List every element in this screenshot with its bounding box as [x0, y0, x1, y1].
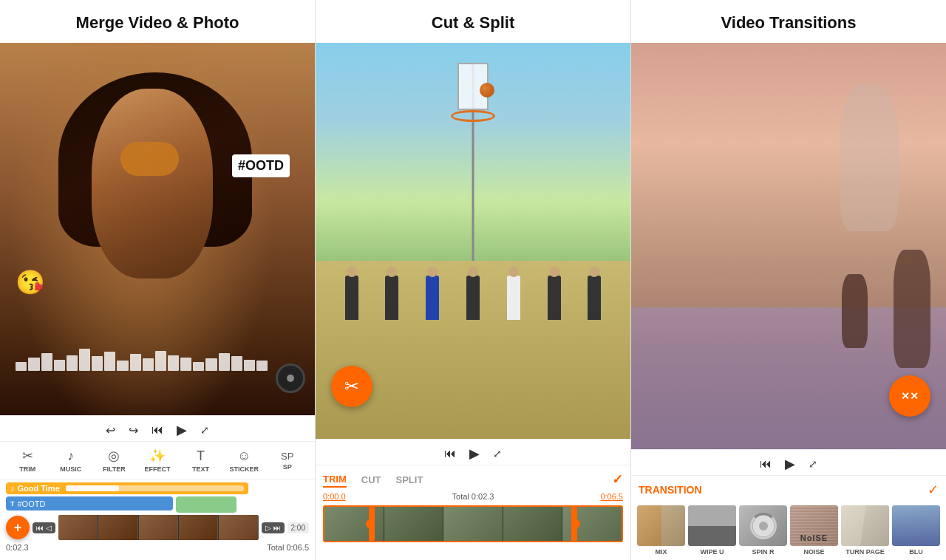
redo-button[interactable]: ↪ — [129, 423, 138, 437]
timeline-current-time: 0:02.3 — [6, 543, 29, 552]
player-figures — [331, 142, 614, 320]
tool-trim[interactable]: ✂ TRIM — [6, 445, 50, 476]
play-button-2[interactable]: ▶ — [469, 445, 480, 462]
tool-music[interactable]: ♪ MUSIC — [50, 445, 93, 476]
trans-label-spinr: SPIN R — [752, 548, 774, 556]
tab-trim[interactable]: TRIM — [323, 472, 347, 488]
trans-thumb-wipeu — [688, 505, 736, 546]
p2-filmstrip — [323, 505, 623, 542]
transition-logo-button[interactable]: ✕✕ — [889, 375, 930, 417]
panel3-title: Video Transitions — [631, 0, 946, 43]
tool-filter[interactable]: ◎ FILTER — [92, 445, 136, 476]
trans-thumb-noise: NoISE — [790, 505, 838, 546]
music-track-label: Good Time — [18, 484, 60, 493]
sp-label: SP — [283, 463, 292, 471]
tool-sp[interactable]: SP SP — [265, 448, 309, 474]
text-label: TEXT — [192, 465, 209, 473]
transition-mix[interactable]: MIX — [637, 505, 685, 556]
rewind-button-2[interactable]: ⏮ — [444, 447, 456, 460]
text-track-icon: T — [10, 500, 15, 508]
trans-thumb-blur — [892, 505, 940, 546]
filmstrip-1 — [58, 515, 259, 540]
trans-thumb-turnpage — [841, 505, 889, 546]
transition-turn-page[interactable]: TURN PAGE — [841, 505, 889, 556]
transport-bar-3: ⏮ ▶ ⤢ — [631, 449, 946, 475]
player-4 — [466, 276, 480, 320]
transition-blur[interactable]: BLU — [892, 505, 940, 556]
fullscreen-button-3[interactable]: ⤢ — [809, 458, 817, 470]
trans-thumb-spinr — [739, 505, 787, 546]
trim-dot-right[interactable] — [571, 519, 580, 528]
transition-spin-r[interactable]: SPIN R — [739, 505, 787, 556]
trans-label-mix: MIX — [655, 548, 667, 556]
tab-split[interactable]: SPLIT — [396, 473, 423, 487]
transition-wipe-u[interactable]: WIPE U — [688, 505, 736, 556]
panel1-background: #OOTD 😘 — [0, 43, 315, 415]
emoji-wink: 😘 — [16, 268, 45, 296]
hashtag-label: #OOTD — [232, 154, 290, 177]
trans-label-wipeu: WIPE U — [700, 548, 724, 556]
p2-frame-3 — [443, 507, 503, 541]
transport-bar-1: ↩ ↪ ⏮ ▶ ⤢ — [0, 415, 315, 441]
panel3-background: ✕✕ — [631, 43, 946, 449]
panel3-controls: ⏮ ▶ ⤢ TRANSITION ✓ MIX — [631, 449, 946, 560]
tool-text[interactable]: T TEXT — [179, 445, 222, 476]
rewind-button-3[interactable]: ⏮ — [760, 457, 772, 471]
sticker-label: STICKER — [229, 465, 259, 473]
audio-waveform — [16, 349, 268, 371]
person-head — [47, 72, 268, 389]
timestamp-start: 0:00.0 — [323, 492, 346, 501]
music-note-icon: ♪ — [10, 484, 15, 493]
timeline-total-time: Total 0:06.5 — [267, 543, 309, 552]
fullscreen-button-1[interactable]: ⤢ — [200, 424, 209, 436]
text-track-label: #OOTD — [18, 499, 46, 508]
trim-label: TRIM — [19, 465, 35, 473]
trans-label-noise: NOISE — [803, 548, 824, 556]
undo-button[interactable]: ↩ — [106, 423, 115, 437]
music-track: ♪ Good Time — [6, 482, 248, 494]
basketball — [480, 83, 494, 98]
player-5 — [507, 276, 520, 320]
add-button[interactable]: + — [6, 516, 30, 539]
transport-bar-2: ⏮ ▶ ⤢ — [316, 439, 630, 465]
effect-label: EFFECT — [145, 465, 171, 473]
panel-transitions: Video Transitions ✕✕ ⏮ ▶ ⤢ TRANSITION ✓ — [631, 0, 946, 560]
panel1-controls: ↩ ↪ ⏮ ▶ ⤢ ✂ TRIM ♪ MUSIC ◎ FILTER — [0, 415, 315, 560]
ghost-person-1 — [840, 83, 899, 231]
transition-grid: MIX WIPE U SPIN R — [631, 501, 946, 560]
transition-noise[interactable]: NoISE NOISE — [790, 505, 838, 556]
player-1 — [345, 276, 358, 320]
panel-merge: Merge Video & Photo #OOTD 😘 — [0, 0, 316, 560]
p3-confirm-button[interactable]: ✓ — [928, 482, 939, 498]
noise-text: NoISE — [790, 533, 838, 542]
p2-frame-4 — [503, 507, 562, 541]
music-icon: ♪ — [67, 448, 74, 464]
trans-label-turnpage: TURN PAGE — [845, 548, 884, 556]
face — [92, 89, 213, 279]
panel1-video: #OOTD 😘 — [0, 43, 315, 415]
panel2-video: ✂ — [316, 43, 630, 439]
p2-confirm-button[interactable]: ✓ — [612, 471, 623, 488]
p3-tab-bar: TRANSITION ✓ — [631, 475, 946, 501]
trim-dot-left[interactable] — [366, 519, 375, 528]
transition-tab-label[interactable]: TRANSITION — [639, 484, 702, 496]
timeline-area-1: ♪ Good Time T #OOTD + ⏮◁ — [0, 479, 315, 560]
text-icon: T — [197, 448, 205, 464]
ghost-person-2 — [894, 250, 930, 368]
tool-sticker[interactable]: ☺ STICKER — [222, 445, 266, 476]
timestamp-middle: Total 0:02.3 — [452, 492, 494, 501]
hoop-ring — [451, 110, 495, 122]
panel1-title: Merge Video & Photo — [0, 0, 315, 43]
player-6 — [548, 276, 561, 320]
play-button-3[interactable]: ▶ — [785, 456, 795, 472]
tab-cut[interactable]: CUT — [361, 473, 381, 487]
panel3-video: ✕✕ — [631, 43, 946, 449]
filter-label: FILTER — [103, 465, 126, 473]
tool-effect[interactable]: ✨ EFFECT — [136, 445, 180, 476]
play-button-1[interactable]: ▶ — [177, 422, 187, 438]
p2-frame-2 — [384, 507, 443, 541]
fullscreen-button-2[interactable]: ⤢ — [493, 448, 502, 460]
rewind-button-1[interactable]: ⏮ — [152, 423, 163, 437]
music-label: MUSIC — [60, 465, 81, 473]
tool-bar-1: ✂ TRIM ♪ MUSIC ◎ FILTER ✨ EFFECT T TEX — [0, 441, 315, 479]
